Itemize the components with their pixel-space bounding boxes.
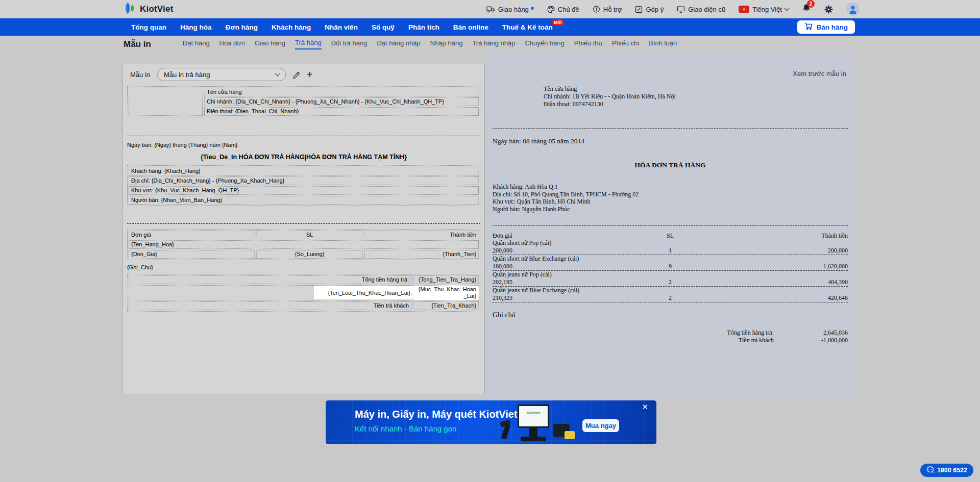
tpl-total-value[interactable]: {Tien_Tra_Khach}	[413, 301, 479, 310]
preview-item-row: Quần jeans nữ Blue Exchange (cái) 210,32…	[493, 287, 848, 302]
tpl-store-line[interactable]: Chi nhánh: {Dia_Chi_Chi_Nhanh} - {Phuong…	[204, 97, 479, 106]
preview-item-name: Quần short nữ Pop (cái)	[493, 239, 848, 247]
tab-hoa-don[interactable]: Hóa đơn	[219, 39, 245, 49]
tab-nhap-hang[interactable]: Nhập hàng	[430, 39, 463, 49]
nav-item-so-quy[interactable]: Số quỹ	[372, 23, 395, 31]
tpl-date-line[interactable]: Ngày bán: {Ngay} tháng {Thang} năm {Nam}	[127, 142, 480, 148]
tpl-customer-line[interactable]: Khu vực: {Khu_Vuc_Khach_Hang_QH_TP}	[129, 186, 479, 195]
template-select[interactable]: Mẫu in trả hàng	[157, 68, 286, 81]
notification-dot	[531, 7, 534, 10]
preview-title: HÓA ĐƠN TRẢ HÀNG	[493, 161, 848, 169]
topbar-item-ho-tro[interactable]: Hỗ trợ	[593, 6, 622, 13]
notifications-button[interactable]: 2	[802, 4, 811, 15]
topbar-item-label: Hỗ trợ	[603, 6, 622, 13]
tab-phieu-thu[interactable]: Phiếu thu	[574, 39, 602, 49]
tpl-col-sl[interactable]: SL	[256, 231, 363, 239]
tpl-store-line[interactable]: Tên cửa hàng	[204, 88, 479, 96]
pos-devices-image: KiotViet	[489, 404, 576, 444]
settings-button[interactable]	[824, 5, 833, 14]
tpl-total-label[interactable]: Tiền trả khách	[129, 301, 412, 310]
tab-tra-hang-nhap[interactable]: Trả hàng nhập	[472, 39, 515, 49]
topbar-item-label: Góp ý	[646, 6, 664, 13]
preview-divider	[493, 128, 848, 129]
topbar-item-label: Tiếng Việt	[752, 6, 782, 13]
person-icon	[849, 5, 857, 16]
tpl-total-label[interactable]: Tổng tiền hàng trả:	[129, 275, 412, 284]
close-icon[interactable]: ✕	[642, 402, 648, 412]
tpl-title[interactable]: {Tieu_De_In HÓA ĐƠN TRẢ HÀNG|HÓA ĐƠN TRẢ…	[127, 154, 480, 161]
tpl-total-value-selected[interactable]: {Muc_Thu_Khac_Hoan_Lai}	[413, 285, 479, 300]
print-preview-panel: Xem trước mẫu in Tên cửa hàng Chi nhánh:…	[486, 50, 854, 399]
preview-table-header: Đơn giá SL Thành tiền	[493, 232, 848, 239]
topbar-item-label: Giao hàng	[498, 6, 529, 13]
tab-phieu-chi[interactable]: Phiếu chi	[612, 39, 639, 49]
tpl-item-price[interactable]: {Don_Gia}	[129, 250, 255, 259]
topbar-item-chu-de[interactable]: Chủ đề	[547, 6, 579, 13]
preview-store-line: Chi nhánh: 1B Yết Kiêu - - Quận Hoàn Kiế…	[544, 93, 848, 100]
chat-bubble-icon	[926, 466, 934, 475]
mua-ngay-button[interactable]: Mua ngay	[582, 419, 619, 432]
tpl-item-qty[interactable]: {So_Luong}	[256, 250, 363, 259]
tpl-logo-cell[interactable]	[129, 88, 203, 116]
tpl-items-table[interactable]: Đơn giá SL Thành tiền {Ten_Hang_Hoa} {Do…	[127, 229, 480, 260]
preview-note-label: Ghi chú	[493, 311, 848, 319]
tpl-customer-line[interactable]: Khách hàng: {Khach_Hang}	[129, 167, 479, 175]
tab-tra-hang[interactable]: Trả hàng	[295, 39, 322, 49]
truck-icon	[486, 6, 495, 13]
kiotviet-logo-icon	[124, 2, 137, 16]
nav-item-phan-tich[interactable]: Phân tích	[408, 23, 439, 31]
tpl-store-line[interactable]: Điện thoại: {Dien_Thoai_Chi_Nhanh}	[204, 107, 479, 116]
preview-document: Tên cửa hàng Chi nhánh: 1B Yết Kiêu - - …	[493, 85, 848, 344]
tab-binh-luan[interactable]: Bình luận	[649, 39, 677, 49]
nav-item-tong-quan[interactable]: Tổng quan	[131, 23, 166, 31]
template-editor-panel: Mẫu in Mẫu in trả hàng + Tên cửa hàng Ch…	[122, 64, 485, 394]
monitor-icon	[677, 6, 685, 13]
ban-hang-button[interactable]: Bán hàng	[797, 20, 855, 34]
hotline-chat-button[interactable]: 1900 6522	[920, 464, 973, 477]
nav-item-ban-online[interactable]: Bán online	[453, 23, 488, 31]
language-selector[interactable]: ★ Tiếng Việt	[739, 6, 789, 13]
tab-dat-hang[interactable]: Đặt hàng	[183, 39, 210, 49]
main-navbar: Tổng quan Hàng hóa Đơn hàng Khách hàng N…	[0, 18, 980, 36]
tpl-customer-line[interactable]: Địa chỉ: {Dia_Chi_Khach_Hang} - {Phuong_…	[129, 176, 479, 185]
cart-icon	[804, 22, 813, 32]
topbar-item-label: Giao diện cũ	[688, 6, 725, 13]
nav-item-khach-hang[interactable]: Khách hàng	[272, 23, 311, 31]
nav-item-thue-ke-toan[interactable]: Thuế & Kế toán Mới	[502, 23, 553, 31]
nav-item-hang-hoa[interactable]: Hàng hóa	[180, 23, 212, 31]
tpl-item-name[interactable]: {Ten_Hang_Hoa}	[129, 240, 479, 249]
preview-total-value: -1,000,000	[774, 337, 848, 344]
page-title: Mẫu in	[124, 39, 151, 49]
logo-text: KiotViet	[140, 4, 174, 14]
tab-doi-tra-hang[interactable]: Đổi trả hàng	[331, 39, 368, 49]
kiotviet-logo[interactable]: KiotViet	[124, 2, 174, 16]
tab-dat-hang-nhap[interactable]: Đặt hàng nhập	[377, 39, 420, 49]
topbar: KiotViet Giao hàng Chủ đề	[0, 0, 980, 18]
tpl-col-don-gia[interactable]: Đơn giá	[129, 231, 255, 239]
topbar-item-giao-dien-cu[interactable]: Giao diện cũ	[677, 6, 725, 13]
tpl-customer-line[interactable]: Người bán: {Nhan_Vien_Ban_Hang}	[129, 196, 479, 205]
user-avatar[interactable]	[846, 3, 860, 16]
preview-item-name: Quần jeans nữ Pop (cái)	[493, 271, 848, 278]
edit-template-button[interactable]	[291, 69, 301, 80]
tpl-total-value[interactable]: {Tong_Tien_Tra_Hang}	[413, 275, 479, 284]
tpl-customer-table[interactable]: Khách hàng: {Khach_Hang} Địa chỉ: {Dia_C…	[127, 165, 480, 206]
tpl-total-label-selected[interactable]: {Ten_Loai_Thu_Khac_Hoan_Lai}:	[129, 285, 412, 300]
promo-banner[interactable]: Máy in, Giấy in, Máy quét KiotViet Kết n…	[326, 400, 656, 444]
topbar-item-giao-hang[interactable]: Giao hàng	[486, 6, 534, 13]
tpl-totals-table[interactable]: Tổng tiền hàng trả: {Tong_Tien_Tra_Hang}…	[127, 274, 480, 312]
tpl-divider	[127, 136, 480, 136]
chevron-down-icon	[275, 71, 280, 77]
topbar-item-gop-y[interactable]: Góp ý	[635, 6, 664, 13]
tpl-item-total[interactable]: {Thanh_Tien}	[364, 250, 479, 259]
tab-giao-hang[interactable]: Giao hàng	[255, 39, 285, 49]
add-template-button[interactable]: +	[306, 70, 314, 79]
nav-item-nhan-vien[interactable]: Nhân viên	[325, 23, 358, 31]
tab-chuyen-hang[interactable]: Chuyển hàng	[525, 39, 564, 49]
tpl-col-thanh-tien[interactable]: Thành tiền	[364, 231, 479, 239]
preview-date-line: Ngày bán: 08 tháng 05 năm 2014	[493, 137, 848, 145]
tpl-note[interactable]: {Ghi_Chu}	[127, 264, 480, 270]
preview-customer-line: Khách hàng: Anh Hòa Q.1	[493, 183, 848, 191]
nav-item-don-hang[interactable]: Đơn hàng	[226, 23, 258, 31]
tpl-store-table[interactable]: Tên cửa hàng Chi nhánh: {Dia_Chi_Chi_Nha…	[127, 86, 480, 117]
